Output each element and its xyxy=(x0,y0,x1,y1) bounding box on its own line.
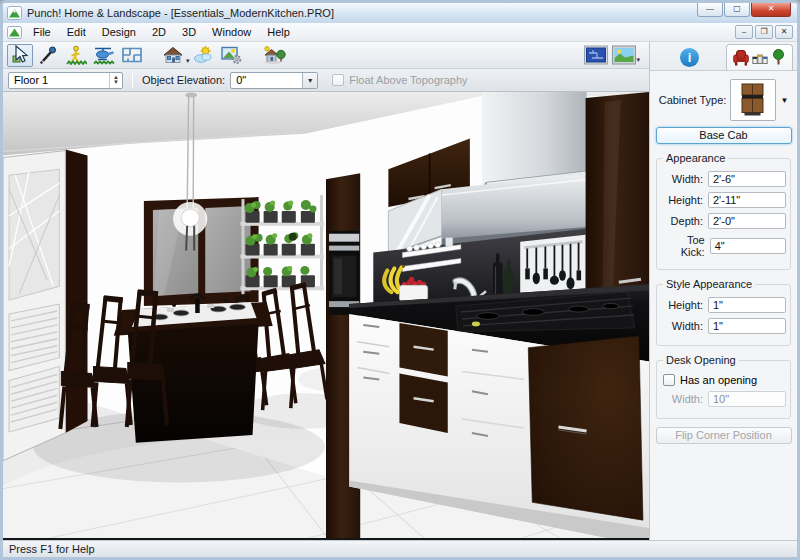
plan-preview-button[interactable] xyxy=(583,44,609,67)
tree-icon xyxy=(771,49,786,66)
render-settings-button[interactable] xyxy=(219,44,245,67)
object-elevation-caret-icon[interactable]: ▼ xyxy=(302,73,317,88)
brown-cabinet-door xyxy=(528,336,643,520)
mdi-close-button[interactable]: ✕ xyxy=(775,25,793,39)
landscape-view-button[interactable] xyxy=(261,44,287,67)
window-title: Punch! Home & Landscape - [Essentials_Mo… xyxy=(27,7,334,19)
title-bar[interactable]: Punch! Home & Landscape - [Essentials_Mo… xyxy=(3,3,797,23)
select-tool-button[interactable] xyxy=(7,44,33,67)
paint-cans-icon xyxy=(752,50,768,66)
base-cabinet-icon xyxy=(738,82,768,118)
appearance-group: Appearance Width: 2'-6" Height: 2'-11" D… xyxy=(656,152,791,270)
walkthrough-tool-button[interactable] xyxy=(63,44,89,67)
menu-3d[interactable]: 3D xyxy=(174,24,204,40)
opening-width-label: Width: xyxy=(672,393,703,405)
eyedropper-tool-button[interactable] xyxy=(35,44,61,67)
width-input[interactable]: 2'-6" xyxy=(708,171,786,187)
sun-cloud-icon xyxy=(192,45,216,65)
toe-kick-input[interactable]: 4" xyxy=(710,238,786,254)
menu-file[interactable]: File xyxy=(25,24,59,40)
tab-library[interactable] xyxy=(726,44,793,70)
floor-selector-value: Floor 1 xyxy=(9,74,109,86)
float-topography-checkbox[interactable] xyxy=(332,74,344,86)
menu-window[interactable]: Window xyxy=(204,24,259,40)
photo-preview-button[interactable] xyxy=(611,44,637,67)
base-cab-button[interactable]: Base Cab xyxy=(656,127,792,144)
lemon xyxy=(472,322,480,327)
house-view-caret-icon[interactable]: ▾ xyxy=(186,57,190,68)
style-width-label: Width: xyxy=(672,320,703,332)
main-toolbar: ▾ xyxy=(3,42,649,69)
style-height-input[interactable]: 1" xyxy=(708,297,786,313)
flyover-tool-button[interactable] xyxy=(91,44,117,67)
cabinet-type-label: Cabinet Type: xyxy=(659,94,727,106)
cabinet-type-caret-icon[interactable]: ▼ xyxy=(780,96,788,105)
has-opening-label: Has an opening xyxy=(680,374,757,386)
close-button[interactable]: ✕ xyxy=(751,3,791,17)
info-icon: i xyxy=(679,47,700,68)
status-text: Press F1 for Help xyxy=(9,543,95,555)
style-width-input[interactable]: 1" xyxy=(708,318,786,334)
mdi-restore-button[interactable]: ❐ xyxy=(755,25,773,39)
upper-cabinet-right[interactable] xyxy=(586,92,649,304)
style-appearance-title: Style Appearance xyxy=(663,278,755,290)
menu-edit[interactable]: Edit xyxy=(59,24,94,40)
flip-corner-position-button: Flip Corner Position xyxy=(656,427,792,444)
house-tree-icon xyxy=(261,45,287,65)
object-elevation-label: Object Elevation: xyxy=(142,74,225,86)
landscape-photo-icon xyxy=(611,44,637,66)
armchair-icon xyxy=(733,49,749,66)
select-arrow-icon xyxy=(10,45,30,65)
kitchen-3d-scene xyxy=(3,92,649,538)
cabinet-properties: Cabinet Type: ▼ Base Cab xyxy=(650,71,797,540)
app-window: Punch! Home & Landscape - [Essentials_Mo… xyxy=(0,0,800,560)
opening-width-input: 10" xyxy=(708,391,786,407)
floor-selector[interactable]: Floor 1 ▲▼ xyxy=(8,72,123,89)
desk-opening-title: Desk Opening xyxy=(663,354,739,366)
floorplan-icon xyxy=(120,45,144,65)
app-logo-icon xyxy=(7,6,22,20)
weather-settings-button[interactable] xyxy=(191,44,217,67)
house-view-button[interactable] xyxy=(161,44,187,67)
floorplan-tool-button[interactable] xyxy=(119,44,145,67)
toe-kick-label: Toe Kick: xyxy=(661,234,705,258)
wall-oven[interactable] xyxy=(329,231,359,315)
status-bar: Press F1 for Help xyxy=(3,540,797,557)
menu-design[interactable]: Design xyxy=(94,24,144,40)
eyedropper-icon xyxy=(38,45,58,65)
photo-preview-caret-icon[interactable]: ▾ xyxy=(636,56,640,67)
height-label: Height: xyxy=(668,194,703,206)
elevation-toolbar: Floor 1 ▲▼ Object Elevation: 0" ▼ Float … xyxy=(3,69,649,92)
object-elevation-dropdown[interactable]: 0" ▼ xyxy=(230,72,318,89)
style-height-label: Height: xyxy=(668,299,703,311)
menu-2d[interactable]: 2D xyxy=(144,24,174,40)
svg-text:i: i xyxy=(687,50,691,65)
desk-opening-group: Desk Opening Has an opening Width: 10" xyxy=(656,354,791,419)
house-icon xyxy=(162,45,186,65)
has-opening-checkbox[interactable] xyxy=(663,374,675,386)
object-elevation-value: 0" xyxy=(231,74,302,86)
walking-person-icon xyxy=(65,45,87,65)
float-topography-label: Float Above Topography xyxy=(349,74,467,86)
helicopter-icon xyxy=(92,45,116,65)
blueprint-icon xyxy=(583,44,609,66)
floor-spinner[interactable]: ▲▼ xyxy=(109,73,122,88)
menu-help[interactable]: Help xyxy=(259,24,298,40)
image-gear-icon xyxy=(220,45,244,65)
minimize-button[interactable]: — xyxy=(697,3,723,17)
properties-panel: i xyxy=(649,42,797,540)
plant-rows xyxy=(240,200,324,290)
tab-info[interactable]: i xyxy=(660,44,718,70)
panel-tabs: i xyxy=(650,42,797,71)
cabinet-type-dropdown[interactable] xyxy=(730,79,776,121)
style-appearance-group: Style Appearance Height: 1" Width: 1" xyxy=(656,278,791,346)
height-input[interactable]: 2'-11" xyxy=(708,192,786,208)
mdi-minimize-button[interactable]: – xyxy=(735,25,753,39)
depth-input[interactable]: 2'-0" xyxy=(708,213,786,229)
width-label: Width: xyxy=(672,173,703,185)
depth-label: Depth: xyxy=(671,215,703,227)
maximize-button[interactable]: ▢ xyxy=(724,3,750,17)
appearance-title: Appearance xyxy=(663,152,728,164)
menu-bar: File Edit Design 2D 3D Window Help – ❐ ✕ xyxy=(3,23,797,42)
3d-viewport[interactable] xyxy=(3,92,649,540)
